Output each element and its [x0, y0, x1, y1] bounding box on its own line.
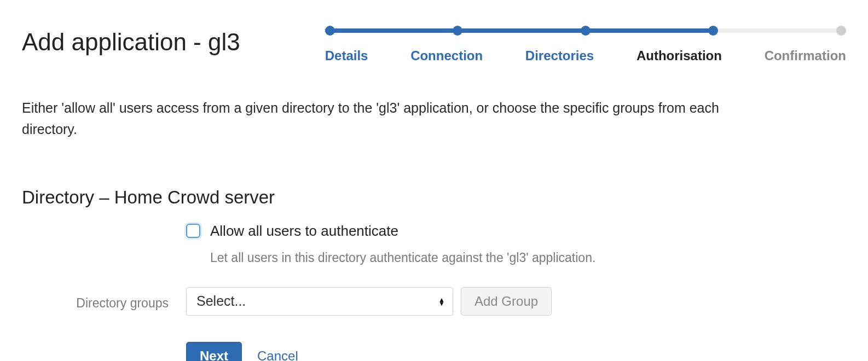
- lead-text: Either 'allow all' users access from a g…: [22, 97, 766, 140]
- next-button[interactable]: Next: [186, 342, 242, 361]
- allow-all-checkbox[interactable]: [186, 224, 200, 238]
- step-dot-directories: [581, 26, 591, 36]
- progress-stepper: Details Connection Directories Authorisa…: [325, 25, 846, 63]
- allow-all-helper: Let all users in this directory authenti…: [210, 251, 846, 265]
- form-label-empty-2: [22, 354, 186, 358]
- directory-groups-label: Directory groups: [22, 292, 186, 311]
- directory-groups-select[interactable]: Select... ▲▼: [186, 287, 453, 316]
- directory-heading: Directory – Home Crowd server: [22, 187, 846, 208]
- step-label-connection[interactable]: Connection: [410, 48, 483, 63]
- form-label-empty: [22, 223, 186, 227]
- step-label-authorisation: Authorisation: [636, 48, 722, 63]
- select-updown-icon: ▲▼: [438, 297, 445, 306]
- step-dot-confirmation: [836, 26, 846, 36]
- cancel-link[interactable]: Cancel: [257, 348, 298, 361]
- directory-groups-select-value: Select...: [196, 293, 246, 309]
- step-label-confirmation: Confirmation: [765, 48, 846, 63]
- step-label-details[interactable]: Details: [325, 48, 368, 63]
- step-dot-connection: [453, 26, 462, 36]
- step-dot-details: [325, 26, 335, 36]
- add-group-button[interactable]: Add Group: [461, 287, 552, 316]
- step-label-directories[interactable]: Directories: [525, 48, 594, 63]
- step-dot-authorisation: [708, 26, 718, 36]
- allow-all-label: Allow all users to authenticate: [210, 223, 398, 240]
- page-title: Add application - gl3: [22, 28, 240, 56]
